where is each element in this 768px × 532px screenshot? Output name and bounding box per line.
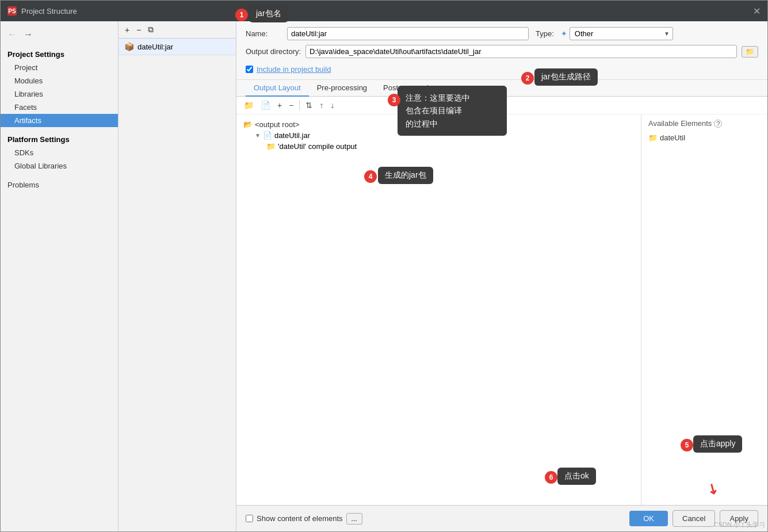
tree-children: ▼ 📄 dateUtil.jar 📁 'dateUtil' compile ou… bbox=[243, 130, 634, 152]
add-artifact-button[interactable]: + bbox=[122, 24, 132, 36]
name-row: Name: Type: ✦ Other bbox=[246, 27, 758, 40]
type-select-wrapper: ✦ Other bbox=[561, 27, 673, 40]
sidebar-item-sdks[interactable]: SDKs bbox=[1, 146, 118, 159]
artifact-name: dateUtil:jar bbox=[137, 43, 173, 51]
output-dir-input[interactable] bbox=[305, 45, 737, 58]
separator-1 bbox=[299, 100, 300, 110]
nav-back-button[interactable]: ← bbox=[5, 28, 19, 41]
move-down-button[interactable]: ↓ bbox=[327, 99, 337, 112]
type-label: Type: bbox=[536, 29, 554, 38]
content-area: ← → Project Settings Project Modules Lib… bbox=[1, 21, 767, 531]
help-icon: ? bbox=[714, 120, 722, 128]
platform-settings-heading: Platform Settings bbox=[1, 132, 118, 146]
show-content-row: Show content of elements ... bbox=[246, 513, 362, 525]
sidebar-nav: ← → bbox=[1, 26, 118, 43]
artifact-list-toolbar: + − ⧉ bbox=[119, 21, 236, 39]
tree-compile-item: 📁 'dateUtil' compile output bbox=[255, 141, 634, 152]
move-up-button[interactable]: ↑ bbox=[316, 99, 326, 112]
type-select[interactable]: Other bbox=[570, 27, 673, 40]
output-dir-row: Output directory: 📁 bbox=[246, 45, 758, 58]
available-folder-dateutil[interactable]: 📁 dateUtil bbox=[648, 132, 761, 143]
ok-button[interactable]: OK bbox=[629, 511, 668, 526]
sidebar-item-problems[interactable]: Problems bbox=[1, 177, 118, 193]
content-split: 📂 <output root> ▼ 📄 dateUtil.jar 📁 'date… bbox=[236, 114, 767, 505]
tree-jar-item: ▼ 📄 dateUtil.jar bbox=[255, 130, 634, 141]
tree-root-item: 📂 <output root> bbox=[243, 119, 634, 130]
close-button[interactable]: ✕ bbox=[753, 6, 761, 17]
main-panel: Name: Type: ✦ Other Output directory: 📁 bbox=[236, 21, 767, 531]
artifact-list: + − ⧉ 📦 dateUtil:jar bbox=[119, 21, 236, 531]
jar-file-icon: 📄 bbox=[263, 131, 272, 140]
bottom-bar: Show content of elements ... OK Cancel A… bbox=[236, 505, 767, 531]
artifact-entry-dateutil[interactable]: 📦 dateUtil:jar bbox=[119, 39, 236, 55]
available-panel: Available Elements ? 📁 dateUtil bbox=[641, 114, 767, 505]
output-dir-label: Output directory: bbox=[246, 47, 301, 56]
sidebar-item-artifacts[interactable]: Artifacts bbox=[1, 114, 118, 127]
copy-artifact-button[interactable]: ⧉ bbox=[145, 24, 156, 36]
show-content-label: Show content of elements bbox=[257, 514, 343, 523]
dialog-title: Project Structure bbox=[21, 7, 77, 16]
sidebar: ← → Project Settings Project Modules Lib… bbox=[1, 21, 119, 531]
include-label: Include in project build bbox=[257, 65, 331, 74]
project-structure-dialog: PS Project Structure ✕ ← → Project Setti… bbox=[0, 0, 768, 532]
tabs-bar: Output Layout Pre-processing Post-proces… bbox=[236, 80, 767, 97]
create-archive-button[interactable]: 📄 bbox=[258, 99, 273, 112]
action-buttons: OK Cancel Apply bbox=[629, 510, 758, 527]
sidebar-item-project[interactable]: Project bbox=[1, 61, 118, 74]
tree-toggle[interactable]: ▼ bbox=[255, 132, 261, 139]
name-label: Name: bbox=[246, 29, 280, 38]
root-icon: 📂 bbox=[243, 120, 253, 129]
output-layout-panel: 📂 <output root> ▼ 📄 dateUtil.jar 📁 'date… bbox=[236, 114, 641, 505]
remove-artifact-button[interactable]: − bbox=[133, 24, 144, 36]
nav-forward-button[interactable]: → bbox=[21, 28, 35, 41]
remove-element-button[interactable]: − bbox=[286, 99, 296, 112]
type-icon: ✦ bbox=[561, 29, 567, 38]
name-input[interactable] bbox=[287, 27, 529, 40]
cancel-button[interactable]: Cancel bbox=[673, 510, 715, 527]
sidebar-item-libraries[interactable]: Libraries bbox=[1, 87, 118, 101]
apply-button[interactable]: Apply bbox=[720, 510, 758, 527]
app-icon: PS bbox=[7, 6, 17, 16]
browse-button[interactable]: 📁 bbox=[742, 46, 758, 58]
ellipsis-button[interactable]: ... bbox=[346, 513, 362, 525]
tab-post-processing[interactable]: Post-processing bbox=[375, 80, 445, 97]
title-bar: PS Project Structure ✕ bbox=[1, 1, 767, 21]
tab-output-layout[interactable]: Output Layout bbox=[246, 80, 309, 97]
include-row: Include in project build bbox=[246, 63, 758, 74]
add-element-button[interactable]: + bbox=[274, 99, 285, 112]
show-content-checkbox[interactable] bbox=[246, 515, 253, 522]
jar-label: dateUtil.jar bbox=[274, 131, 310, 140]
create-dir-button[interactable]: 📁 bbox=[241, 99, 257, 112]
root-label: <output root> bbox=[255, 120, 299, 129]
include-checkbox[interactable] bbox=[246, 66, 253, 73]
sidebar-item-modules[interactable]: Modules bbox=[1, 74, 118, 87]
folder-label: dateUtil bbox=[660, 133, 685, 142]
compile-icon: 📁 bbox=[266, 142, 276, 151]
folder-icon: 📁 bbox=[648, 133, 658, 142]
compile-label: 'dateUtil' compile output bbox=[278, 142, 357, 151]
main-header: Name: Type: ✦ Other Output directory: 📁 bbox=[236, 21, 767, 80]
sort-button[interactable]: ⇅ bbox=[303, 99, 315, 112]
title-bar-left: PS Project Structure bbox=[7, 6, 77, 16]
project-settings-heading: Project Settings bbox=[1, 47, 118, 61]
tab-pre-processing[interactable]: Pre-processing bbox=[309, 80, 375, 97]
available-label: Available Elements bbox=[648, 119, 712, 128]
available-elements-title: Available Elements ? bbox=[648, 119, 761, 128]
content-toolbar: 📁 📄 + − ⇅ ↑ ↓ bbox=[236, 97, 767, 114]
sidebar-item-facets[interactable]: Facets bbox=[1, 101, 118, 114]
jar-icon: 📦 bbox=[124, 42, 134, 51]
sidebar-item-global-libraries[interactable]: Global Libraries bbox=[1, 159, 118, 173]
